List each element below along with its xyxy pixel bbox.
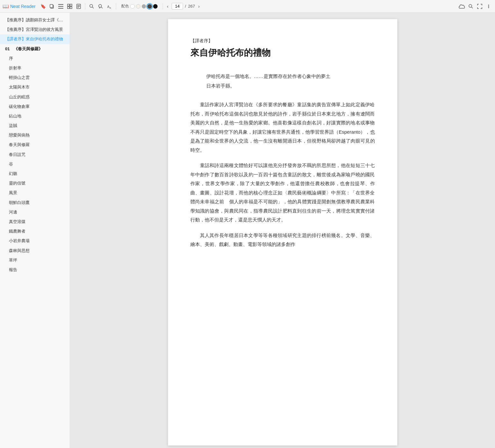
svg-rect-4 [58, 8, 63, 9]
chapter-label: 【譯者序】 [190, 38, 375, 44]
svg-point-23 [488, 6, 489, 7]
total-pages: 267 [188, 4, 195, 9]
color-white[interactable] [130, 4, 135, 9]
sidebar-item-sub-she[interactable]: 折射率 [0, 63, 70, 73]
page-icon[interactable] [75, 3, 82, 10]
quote-line-2: 日本岩手縣。 [206, 81, 375, 91]
content-area: 【譯者序】 來自伊哈托布的禮物 伊哈托布是一個地名。……是實際存在於作者心象中的… [70, 13, 495, 448]
current-page-input[interactable]: 14 [172, 3, 183, 10]
chapter-title: 來自伊哈托布的禮物 [190, 46, 375, 59]
sidebar-item-rec1[interactable]: 【推薦序】讀顏錦芬女士譯《不要輸給... [0, 15, 70, 25]
paragraphs-container: 童話作家詩人宮澤賢治在《多所要求的餐廳》童話集的廣告宣傳單上如此定義伊哈托布，而… [190, 100, 375, 249]
svg-point-13 [90, 4, 93, 7]
sidebar-item-sub-hill[interactable]: 山丘的眩惑 [0, 92, 70, 102]
more-icon[interactable] [485, 3, 492, 10]
sidebar-item-sub-sun[interactable]: 太陽與木市 [0, 82, 70, 92]
next-page-button[interactable]: › [197, 3, 201, 10]
svg-rect-8 [70, 7, 72, 9]
svg-line-14 [92, 7, 94, 8]
sidebar-item-sub-shan[interactable]: 輕掛山之雲 [0, 73, 70, 82]
svg-rect-2 [58, 4, 63, 5]
svg-point-22 [488, 4, 489, 5]
sidebar-item-sub-forest[interactable]: 森林與思想 [0, 246, 70, 256]
sidebar-item-trans[interactable]: 【譯者序】來自伊哈托布的禮物 [0, 34, 70, 44]
svg-line-16 [101, 7, 103, 8]
cloud-icon[interactable] [458, 3, 466, 10]
svg-rect-7 [67, 7, 69, 9]
color-light[interactable] [136, 4, 140, 9]
sidebar-item-sub-spring[interactable]: 春天與修羅 [0, 140, 70, 150]
svg-rect-1 [50, 4, 53, 8]
color-gray[interactable] [142, 4, 146, 9]
page-separator: / [185, 4, 186, 9]
sidebar-item-sub-mine[interactable]: 鉆山地 [0, 111, 70, 121]
paragraph-1: 童話作家詩人宮澤賢治在《多所要求的餐廳》童話集的廣告宣傳單上如此定義伊哈托布，而… [190, 100, 375, 155]
sidebar-item-sub-grass[interactable]: 草坪 [0, 256, 70, 265]
quote-line-1: 伊哈托布是一個地名。……是實際存在於作者心象中的夢土 [206, 72, 375, 81]
app-icon: 📖 [3, 3, 9, 9]
separator3 [163, 3, 163, 10]
quote-block: 伊哈托布是一個地名。……是實際存在於作者心象中的夢土 日本岩手縣。 [206, 72, 375, 91]
sidebar-item-sub-dancer[interactable]: 鐵農舞者 [0, 227, 70, 236]
svg-point-15 [99, 4, 102, 7]
svg-point-24 [488, 7, 489, 8]
search2-icon[interactable] [97, 3, 104, 10]
paragraph-3: 其人其作長年穩居日本文學等等各種領域研究主題的排行榜前幾名。文學、音樂、繪本、美… [190, 231, 375, 249]
sidebar-item-sub-cloud-letter[interactable]: 靈的信號 [0, 178, 70, 188]
svg-rect-6 [70, 4, 72, 6]
sidebar-item-sub-xu[interactable]: 序 [0, 54, 70, 63]
svg-line-21 [471, 7, 473, 8]
svg-text:a: a [110, 6, 111, 9]
separator2 [116, 3, 116, 10]
svg-rect-3 [58, 6, 63, 7]
sidebar-item-sub-carbon[interactable]: 碳化物倉庫 [0, 102, 70, 111]
color-section: 配色 [121, 4, 158, 9]
bookmark-icon[interactable]: 🔖 [39, 3, 47, 10]
paragraph-2: 童話和詩這兩種文體恰好可以讓他充分抒發奔放不羈的所思所想，他在短短三十七年中創作… [190, 161, 375, 225]
sidebar-item-ch01[interactable]: 01 《春天與修羅》 [0, 44, 70, 54]
sidebar-item-sub-spring2[interactable]: 春日詛咒 [0, 150, 70, 159]
menu-icon[interactable] [57, 3, 65, 10]
svg-rect-5 [67, 4, 69, 6]
toolbar: 📖 Neat Reader 🔖 Aa 配色 ‹ 14 / 267 › [0, 0, 495, 13]
sidebar: 【推薦序】讀顏錦芬女士譯《不要輸給...【推薦序】宮澤賢治的彼方風景【譯者序】來… [0, 13, 70, 448]
sidebar-item-sub-love[interactable]: 戀愛與病熱 [0, 130, 70, 140]
color-black[interactable] [153, 4, 158, 9]
main-layout: 【推薦序】讀顏錦芬女士譯《不要輸給...【推薦序】宮澤賢治的彼方風景【譯者序】來… [0, 13, 495, 448]
svg-point-20 [469, 4, 472, 7]
sidebar-item-sub-scene[interactable]: 風景 [0, 188, 70, 198]
app-name: Neat Reader [10, 4, 35, 9]
svg-text:A: A [107, 5, 110, 9]
sidebar-item-sub-river[interactable]: 河邊 [0, 207, 70, 217]
sidebar-item-sub-farm[interactable]: 小岩井農場 [0, 236, 70, 246]
sidebar-item-sub-echo[interactable]: 幻聽 [0, 169, 70, 178]
search-right-icon[interactable] [467, 3, 475, 10]
copy-icon[interactable] [48, 3, 56, 10]
color-dark[interactable] [147, 4, 152, 9]
separator1 [85, 3, 85, 10]
search-icon[interactable] [88, 3, 95, 10]
sidebar-item-sub-valley[interactable]: 谷 [0, 159, 70, 169]
grid-icon[interactable] [66, 3, 74, 10]
color-label: 配色 [121, 4, 129, 9]
prev-page-button[interactable]: ‹ [166, 3, 170, 10]
book-page: 【譯者序】 來自伊哈托布的禮物 伊哈托布是一個地名。……是實際存在於作者心象中的… [168, 19, 397, 445]
sidebar-item-sub-coal[interactable]: 真空溶煤 [0, 217, 70, 227]
page-navigation: ‹ 14 / 267 › [166, 3, 201, 10]
app-brand: 📖 Neat Reader [3, 3, 35, 9]
right-toolbar [458, 3, 492, 10]
sidebar-item-sub-report[interactable]: 報告 [0, 265, 70, 275]
sidebar-item-sub-crane[interactable]: 朝鮮白頭鷹 [0, 198, 70, 207]
sidebar-item-rec2[interactable]: 【推薦序】宮澤賢治的彼方風景 [0, 25, 70, 34]
sidebar-item-sub-thief[interactable]: 盜賊 [0, 121, 70, 130]
font-size-icon[interactable]: Aa [106, 3, 113, 10]
fullscreen-icon[interactable] [476, 3, 484, 10]
